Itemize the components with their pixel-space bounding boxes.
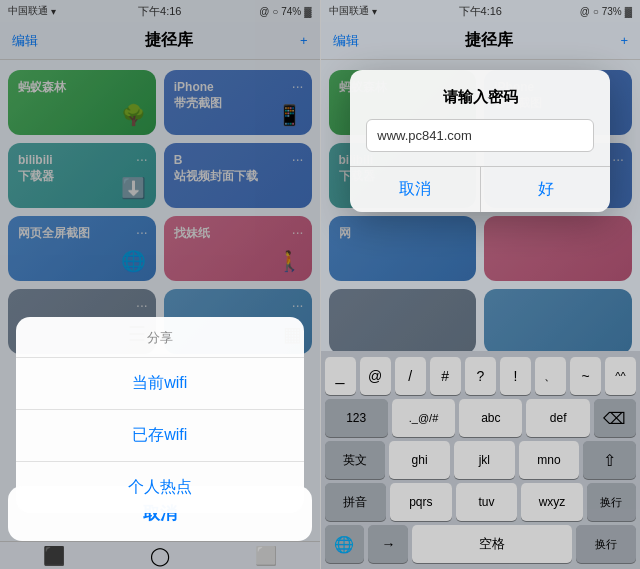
share-sheet-container: 分享 当前wifi 已存wifi 个人热点 取消 [8,478,312,541]
right-phone-panel: 中国联通 ▾ 下午4:16 @ ○ 73% ▓ 编辑 捷径库 + 蚂蚁森林 iP… [321,0,641,569]
share-wifi-current[interactable]: 当前wifi [16,358,304,410]
password-input[interactable] [366,119,594,152]
dialog-buttons: 取消 好 [350,166,610,212]
dialog-cancel-btn[interactable]: 取消 [350,167,481,212]
share-sheet-title: 分享 [16,317,304,358]
password-dialog-overlay: 请输入密码 取消 好 [321,0,641,569]
password-dialog: 请输入密码 取消 好 [350,70,610,212]
left-phone-panel: 中国联通 ▾ 下午4:16 @ ○ 74% ▓ 编辑 捷径库 + 蚂蚁森林 🌳 … [0,0,320,569]
dialog-confirm-btn[interactable]: 好 [481,167,611,212]
share-sheet: 分享 当前wifi 已存wifi 个人热点 [16,317,304,513]
dialog-title: 请输入密码 [366,88,594,107]
share-wifi-saved[interactable]: 已存wifi [16,410,304,462]
share-hotspot[interactable]: 个人热点 [16,462,304,513]
